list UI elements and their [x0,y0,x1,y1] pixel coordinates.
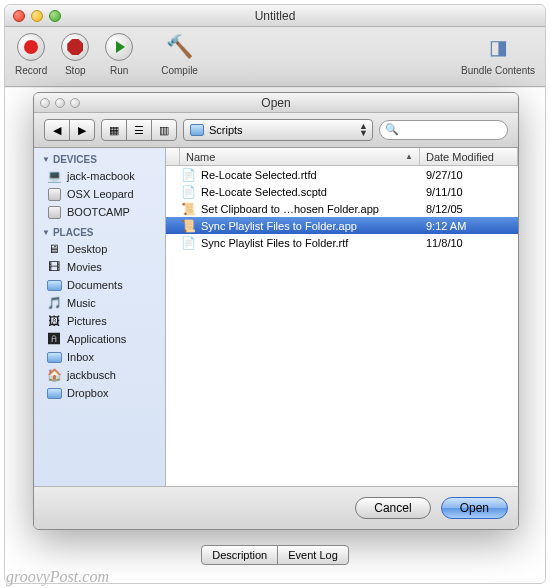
sidebar-item-label: OSX Leopard [67,188,134,200]
sidebar-item-label: jack-macbook [67,170,135,182]
stop-label: Stop [65,65,86,76]
sidebar-item-jackbusch[interactable]: 🏠jackbusch [34,366,165,384]
column-date-label: Date Modified [426,151,494,163]
watermark: groovyPost.com [6,568,109,586]
open-dialog-title: Open [34,96,518,110]
sidebar-item-jack-macbook[interactable]: 💻jack-macbook [34,167,165,185]
columns-icon: ▥ [159,124,169,137]
compile-label: Compile [161,65,198,76]
drive-icon [46,187,62,201]
run-label: Run [110,65,128,76]
chevron-right-icon: ▶ [78,124,86,137]
sidebar-item-label: BOOTCAMP [67,206,130,218]
file-name: Set Clipboard to …hosen Folder.app [201,203,420,215]
sidebar-item-bootcamp[interactable]: BOOTCAMP [34,203,165,221]
column-headers: Name ▲ Date Modified [166,148,518,166]
record-button[interactable]: Record [15,31,47,76]
current-folder-label: Scripts [209,124,243,136]
sidebar-item-label: Applications [67,333,126,345]
minimize-icon[interactable] [31,10,43,22]
file-icon: 📜 [180,202,196,216]
sidebar-item-label: Desktop [67,243,107,255]
sidebar-item-documents[interactable]: Documents [34,276,165,294]
record-label: Record [15,65,47,76]
file-date: 9:12 AM [420,220,518,232]
drive-icon [46,205,62,219]
close-icon[interactable] [13,10,25,22]
file-row[interactable]: 📄Re-Locate Selected.rtfd9/27/10 [166,166,518,183]
file-icon: 📄 [180,185,196,199]
sidebar-item-pictures[interactable]: 🖼Pictures [34,312,165,330]
back-button[interactable]: ◀ [44,119,70,141]
bottom-tab-bar: Description Event Log [5,545,545,565]
icon-view-button[interactable]: ▦ [101,119,127,141]
hammer-icon: 🔨 [166,34,193,60]
folder-dropdown[interactable]: Scripts ▲▼ [183,119,373,141]
sidebar-item-desktop[interactable]: 🖥Desktop [34,240,165,258]
zoom-icon[interactable] [49,10,61,22]
bundle-contents-button[interactable]: ◨ Bundle Contents [461,31,535,76]
file-row[interactable]: 📄Re-Locate Selected.scptd9/11/10 [166,183,518,200]
file-name: Re-Locate Selected.rtfd [201,169,420,181]
chevron-left-icon: ◀ [53,124,61,137]
sidebar-item-inbox[interactable]: Inbox [34,348,165,366]
search-input[interactable]: 🔍 [379,120,508,140]
file-row[interactable]: 📄Sync Playlist Files to Folder.rtf11/8/1… [166,234,518,251]
file-name: Re-Locate Selected.scptd [201,186,420,198]
script-editor-window: Untitled Record Stop Run 🔨 Compile ◨ Bun… [4,4,546,584]
open-titlebar[interactable]: Open [34,93,518,113]
sidebar-item-label: Inbox [67,351,94,363]
sort-ascending-icon: ▲ [405,152,413,161]
file-row[interactable]: 📜Sync Playlist Files to Folder.app9:12 A… [166,217,518,234]
file-date: 9/27/10 [420,169,518,181]
file-date: 9/11/10 [420,186,518,198]
file-row[interactable]: 📜Set Clipboard to …hosen Folder.app8/12/… [166,200,518,217]
list-view-button[interactable]: ☰ [126,119,152,141]
dialog-footer: Cancel Open [34,486,518,529]
main-titlebar[interactable]: Untitled [5,5,545,27]
sidebar-item-applications[interactable]: 🅰Applications [34,330,165,348]
open-dialog: Open ◀ ▶ ▦ ☰ ▥ Scripts ▲▼ [33,92,519,530]
grid-icon: ▦ [109,124,119,137]
dialog-close-icon[interactable] [40,98,50,108]
folder-icon [46,350,62,364]
forward-button[interactable]: ▶ [69,119,95,141]
sidebar-item-movies[interactable]: 🎞Movies [34,258,165,276]
file-date: 11/8/10 [420,237,518,249]
sidebar-item-osx-leopard[interactable]: OSX Leopard [34,185,165,203]
app-icon: 🖼 [46,314,62,328]
sidebar-item-music[interactable]: 🎵Music [34,294,165,312]
column-name[interactable]: Name ▲ [180,148,420,165]
app-icon: 💻 [46,169,62,183]
disclosure-triangle-icon: ▼ [42,228,50,237]
app-icon: 🏠 [46,368,62,382]
compile-button[interactable]: 🔨 Compile [161,31,198,76]
view-mode-segment: ▦ ☰ ▥ [101,119,177,141]
file-icon: 📄 [180,236,196,250]
tab-description[interactable]: Description [201,545,278,565]
sidebar-item-label: Documents [67,279,123,291]
cancel-button[interactable]: Cancel [355,497,430,519]
sidebar-item-label: Music [67,297,96,309]
folder-icon [190,124,204,136]
open-toolbar: ◀ ▶ ▦ ☰ ▥ Scripts ▲▼ 🔍 [34,113,518,148]
play-icon [116,41,125,53]
file-list-pane: Name ▲ Date Modified 📄Re-Locate Selected… [166,148,518,486]
sidebar-header[interactable]: ▼PLACES [34,221,165,240]
run-button[interactable]: Run [103,31,135,76]
dropdown-chevrons-icon: ▲▼ [359,123,368,137]
stop-icon [67,39,83,55]
record-icon [24,40,38,54]
main-toolbar: Record Stop Run 🔨 Compile ◨ Bundle Conte… [5,27,545,87]
sidebar: ▼DEVICES💻jack-macbookOSX LeopardBOOTCAMP… [34,148,166,486]
main-window-title: Untitled [5,9,545,23]
column-date[interactable]: Date Modified [420,148,518,165]
open-button[interactable]: Open [441,497,508,519]
stop-button[interactable]: Stop [59,31,91,76]
column-view-button[interactable]: ▥ [151,119,177,141]
dialog-zoom-icon [70,98,80,108]
sidebar-item-dropbox[interactable]: Dropbox [34,384,165,402]
drawer-icon: ◨ [489,35,508,59]
tab-event-log[interactable]: Event Log [277,545,349,565]
sidebar-header[interactable]: ▼DEVICES [34,148,165,167]
